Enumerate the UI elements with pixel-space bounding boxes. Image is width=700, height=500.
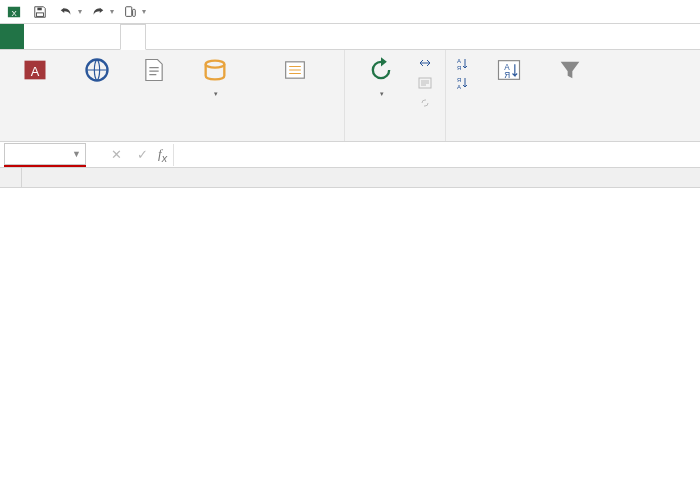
from-web-button[interactable] bbox=[68, 52, 126, 86]
tab-file[interactable] bbox=[0, 24, 24, 49]
ribbon: A ▾ ▾ bbox=[0, 50, 700, 142]
svg-rect-4 bbox=[126, 6, 132, 16]
svg-text:Я: Я bbox=[457, 77, 461, 83]
existing-connections-icon bbox=[281, 56, 309, 84]
svg-point-9 bbox=[206, 61, 225, 68]
tab-home[interactable] bbox=[24, 24, 48, 49]
svg-rect-2 bbox=[37, 7, 41, 10]
svg-text:Я: Я bbox=[504, 71, 510, 80]
fx-icon[interactable]: fx bbox=[158, 146, 167, 164]
column-headers bbox=[0, 168, 700, 188]
select-all-corner[interactable] bbox=[0, 168, 22, 187]
name-box[interactable]: ▼ bbox=[4, 143, 86, 165]
from-other-sources-button[interactable]: ▾ bbox=[182, 52, 248, 98]
redo-dropdown-icon[interactable]: ▾ bbox=[110, 7, 114, 16]
tab-formulas[interactable] bbox=[96, 24, 120, 49]
properties-icon bbox=[417, 75, 433, 91]
quick-access-toolbar: X ▾ ▾ ▾ bbox=[0, 0, 700, 24]
group-label bbox=[452, 137, 594, 141]
svg-rect-5 bbox=[133, 9, 136, 16]
formula-input[interactable] bbox=[173, 144, 700, 166]
svg-text:Я: Я bbox=[457, 65, 461, 71]
filter-button[interactable] bbox=[546, 52, 594, 86]
excel-icon: X bbox=[4, 2, 24, 22]
from-text-button[interactable] bbox=[130, 52, 178, 86]
touch-mode-icon[interactable] bbox=[120, 2, 140, 22]
group-external-data: A ▾ bbox=[0, 50, 345, 141]
worksheet[interactable] bbox=[0, 168, 700, 188]
properties-button[interactable] bbox=[415, 74, 439, 92]
sort-button[interactable]: AЯ bbox=[476, 52, 542, 86]
tab-review[interactable] bbox=[146, 24, 170, 49]
cancel-formula-icon: ✕ bbox=[106, 145, 126, 165]
undo-dropdown-icon[interactable]: ▾ bbox=[78, 7, 82, 16]
sort-desc-icon: ЯA bbox=[454, 75, 470, 91]
save-icon[interactable] bbox=[30, 2, 50, 22]
svg-text:X: X bbox=[11, 8, 17, 17]
tab-insert[interactable] bbox=[48, 24, 72, 49]
sort-desc-button[interactable]: ЯA bbox=[452, 74, 472, 92]
group-label bbox=[351, 137, 439, 141]
formula-bar: ▼ ✕ ✓ fx bbox=[0, 142, 700, 168]
access-icon: A bbox=[21, 56, 49, 84]
text-file-icon bbox=[140, 56, 168, 84]
connections-button[interactable] bbox=[415, 54, 439, 72]
tab-page-layout[interactable] bbox=[72, 24, 96, 49]
name-box-dropdown-icon[interactable]: ▼ bbox=[72, 149, 81, 159]
group-sort-filter: AЯ ЯA AЯ bbox=[446, 50, 600, 141]
sort-icon: AЯ bbox=[495, 56, 523, 84]
sort-asc-icon: AЯ bbox=[454, 56, 470, 72]
svg-text:A: A bbox=[31, 64, 40, 79]
filter-icon bbox=[556, 56, 584, 84]
refresh-all-button[interactable]: ▾ bbox=[351, 52, 411, 98]
connections-icon bbox=[417, 55, 433, 71]
group-connections: ▾ bbox=[345, 50, 446, 141]
redo-icon[interactable] bbox=[88, 2, 108, 22]
qat-customize-icon[interactable]: ▾ bbox=[142, 7, 146, 16]
edit-links-button[interactable] bbox=[415, 94, 439, 112]
enter-formula-icon: ✓ bbox=[132, 145, 152, 165]
existing-connections-button[interactable] bbox=[252, 52, 338, 86]
svg-text:A: A bbox=[457, 84, 461, 90]
sort-asc-button[interactable]: AЯ bbox=[452, 55, 472, 73]
tab-data[interactable] bbox=[120, 24, 146, 50]
edit-links-icon bbox=[417, 95, 433, 111]
svg-text:A: A bbox=[457, 58, 461, 64]
refresh-icon bbox=[367, 56, 395, 84]
svg-rect-3 bbox=[37, 12, 44, 16]
group-label bbox=[6, 137, 338, 141]
other-sources-icon bbox=[201, 56, 229, 84]
web-icon bbox=[83, 56, 111, 84]
from-access-button[interactable]: A bbox=[6, 52, 64, 86]
ribbon-tabs bbox=[0, 24, 700, 50]
undo-icon[interactable] bbox=[56, 2, 76, 22]
